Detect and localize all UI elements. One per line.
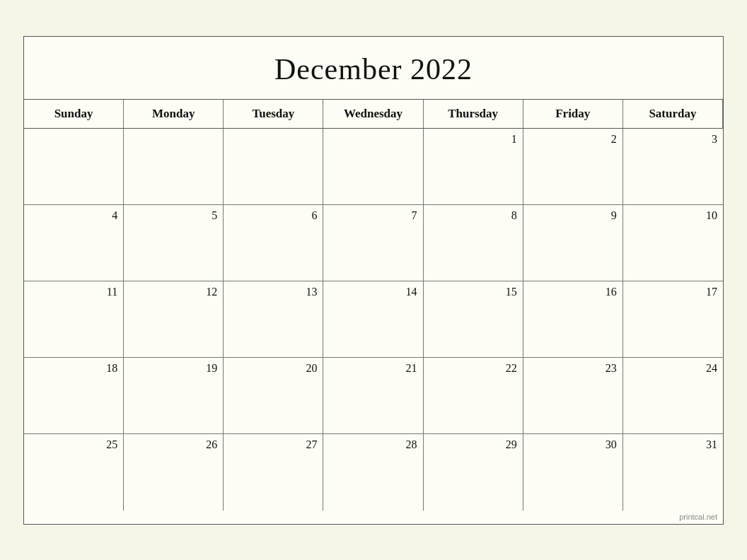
calendar-grid: Sunday Monday Tuesday Wednesday Thursday… bbox=[24, 100, 723, 511]
day-1[interactable]: 1 bbox=[424, 129, 523, 205]
day-16[interactable]: 16 bbox=[523, 281, 623, 358]
day-5[interactable]: 5 bbox=[124, 205, 224, 281]
day-27[interactable]: 27 bbox=[224, 434, 323, 511]
day-25[interactable]: 25 bbox=[24, 434, 124, 511]
day-13[interactable]: 13 bbox=[224, 281, 323, 358]
day-11[interactable]: 11 bbox=[24, 281, 124, 358]
header-friday: Friday bbox=[523, 100, 623, 129]
header-thursday: Thursday bbox=[424, 100, 523, 129]
day-2[interactable]: 2 bbox=[523, 129, 623, 205]
day-4[interactable]: 4 bbox=[24, 205, 124, 281]
header-saturday: Saturday bbox=[623, 100, 723, 129]
empty-cell bbox=[323, 129, 423, 205]
empty-cell bbox=[124, 129, 224, 205]
day-6[interactable]: 6 bbox=[224, 205, 323, 281]
watermark: printcal.net bbox=[24, 511, 723, 524]
day-31[interactable]: 31 bbox=[623, 434, 723, 511]
day-22[interactable]: 22 bbox=[424, 358, 523, 434]
empty-cell bbox=[224, 129, 323, 205]
calendar-container: December 2022 Sunday Monday Tuesday Wedn… bbox=[23, 36, 724, 525]
day-20[interactable]: 20 bbox=[224, 358, 323, 434]
day-21[interactable]: 21 bbox=[323, 358, 423, 434]
day-28[interactable]: 28 bbox=[323, 434, 423, 511]
day-8[interactable]: 8 bbox=[424, 205, 523, 281]
day-30[interactable]: 30 bbox=[523, 434, 623, 511]
day-19[interactable]: 19 bbox=[124, 358, 224, 434]
header-sunday: Sunday bbox=[24, 100, 124, 129]
day-9[interactable]: 9 bbox=[523, 205, 623, 281]
day-29[interactable]: 29 bbox=[424, 434, 523, 511]
header-tuesday: Tuesday bbox=[224, 100, 323, 129]
day-3[interactable]: 3 bbox=[623, 129, 723, 205]
day-17[interactable]: 17 bbox=[623, 281, 723, 358]
day-24[interactable]: 24 bbox=[623, 358, 723, 434]
day-26[interactable]: 26 bbox=[124, 434, 224, 511]
day-12[interactable]: 12 bbox=[124, 281, 224, 358]
day-14[interactable]: 14 bbox=[323, 281, 423, 358]
header-wednesday: Wednesday bbox=[323, 100, 423, 129]
header-monday: Monday bbox=[124, 100, 224, 129]
day-18[interactable]: 18 bbox=[24, 358, 124, 434]
day-7[interactable]: 7 bbox=[323, 205, 423, 281]
day-23[interactable]: 23 bbox=[523, 358, 623, 434]
empty-cell bbox=[24, 129, 124, 205]
day-10[interactable]: 10 bbox=[623, 205, 723, 281]
day-15[interactable]: 15 bbox=[424, 281, 523, 358]
calendar-title: December 2022 bbox=[24, 37, 723, 100]
